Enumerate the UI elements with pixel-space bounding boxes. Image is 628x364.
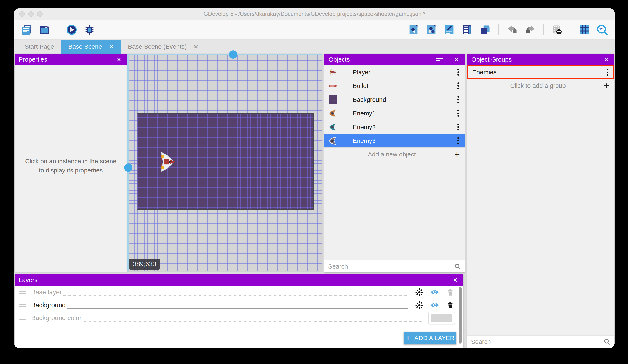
instances-list-icon[interactable] <box>461 23 473 36</box>
resize-handle-top[interactable] <box>229 50 237 59</box>
enemy2-thumbnail <box>328 122 338 132</box>
add-group-label: Click to add a group <box>472 82 604 89</box>
panel-title: Object Groups <box>471 56 602 63</box>
bullet-thumbnail <box>328 81 338 91</box>
object-menu-icon[interactable] <box>455 81 461 90</box>
enemy3-thumbnail <box>328 136 338 146</box>
object-row-bullet[interactable]: Bullet <box>324 79 465 93</box>
background-color-picker[interactable] <box>428 312 455 324</box>
zoom-1-1-icon[interactable]: 1:1 <box>596 23 608 36</box>
object-menu-icon[interactable] <box>455 122 461 132</box>
objects-search-bar <box>324 260 465 272</box>
object-groups-panel-header: Object Groups ✕ <box>467 54 614 65</box>
group-row-enemies[interactable]: Enemies <box>467 65 614 79</box>
add-layer-button[interactable]: + ADD A LAYER <box>403 332 457 344</box>
tab-base-scene-events[interactable]: Base Scene (Events) ✕ <box>121 40 206 54</box>
group-menu-icon[interactable] <box>605 68 611 77</box>
object-row-enemy2[interactable]: Enemy2 <box>324 120 465 134</box>
object-menu-icon[interactable] <box>455 109 461 118</box>
object-row-player[interactable]: Player <box>324 65 465 79</box>
toolbar-divider <box>544 24 544 35</box>
project-manager-icon[interactable] <box>20 23 33 36</box>
object-row-background[interactable]: Background <box>324 93 465 107</box>
object-menu-icon[interactable] <box>455 67 461 77</box>
toolbar-divider <box>498 24 499 35</box>
add-object-label: Add a new object <box>329 151 454 158</box>
drag-handle-icon[interactable] <box>19 291 26 294</box>
objects-search-input[interactable] <box>328 263 454 270</box>
scene-window-icon[interactable] <box>38 23 51 36</box>
group-name: Enemies <box>471 69 605 76</box>
object-name: Background <box>353 96 455 103</box>
close-tab-icon[interactable]: ✕ <box>109 43 114 50</box>
close-panel-icon[interactable]: ✕ <box>451 276 459 284</box>
selection-edge-left <box>127 54 129 271</box>
tab-label: Start Page <box>25 43 54 50</box>
tab-bar: Start Page Base Scene ✕ Base Scene (Even… <box>14 40 615 54</box>
object-menu-icon[interactable] <box>455 95 461 104</box>
player-instance[interactable] <box>157 151 176 173</box>
layer-name-underline <box>83 314 422 322</box>
object-name: Bullet <box>353 82 455 89</box>
add-layer-label: ADD A LAYER <box>414 334 455 342</box>
tab-label: Base Scene <box>68 43 102 50</box>
object-name: Player <box>353 69 455 76</box>
layer-effects-icon[interactable] <box>415 288 424 297</box>
layers-stack-icon[interactable] <box>479 23 491 36</box>
redo-icon[interactable] <box>524 23 536 36</box>
object-row-enemy1[interactable]: Enemy1 <box>324 107 465 120</box>
objects-panel: Objects ✕ Player Bullet <box>324 54 465 272</box>
tab-base-scene[interactable]: Base Scene ✕ <box>61 40 121 54</box>
toolbar-divider <box>58 24 58 35</box>
render-mask-icon[interactable] <box>551 23 563 36</box>
undo-icon[interactable] <box>506 23 519 36</box>
object-groups-editor-icon[interactable] <box>425 23 438 36</box>
layer-name-underline <box>63 289 408 296</box>
layer-row-base[interactable]: Base layer <box>14 286 463 299</box>
toolbar-divider <box>570 24 571 35</box>
groups-search-bar <box>467 336 614 348</box>
close-panel-icon[interactable]: ✕ <box>115 56 123 63</box>
add-group-button[interactable]: Click to add a group + <box>467 79 614 92</box>
preview-play-icon[interactable] <box>65 23 78 36</box>
properties-pencil-icon[interactable] <box>443 23 456 36</box>
layer-row-background[interactable]: Background <box>14 299 463 311</box>
layer-visibility-eye-icon[interactable] <box>430 288 440 297</box>
layer-effects-icon[interactable] <box>415 300 424 310</box>
scene-canvas[interactable]: 389;633 <box>127 54 322 271</box>
close-panel-icon[interactable]: ✕ <box>453 56 461 63</box>
grid-icon[interactable] <box>578 23 591 36</box>
panel-title: Objects <box>328 56 436 63</box>
main-toolbar: 1:1 <box>14 20 615 40</box>
groups-search-input[interactable] <box>471 338 603 345</box>
search-icon <box>603 338 611 345</box>
objects-panel-header: Objects ✕ <box>324 54 465 65</box>
plus-icon: + <box>454 150 460 159</box>
debug-icon[interactable] <box>83 23 96 36</box>
add-object-button[interactable]: Add a new object + <box>324 148 465 161</box>
objects-editor-icon[interactable] <box>407 23 420 36</box>
tab-label: Base Scene (Events) <box>128 43 187 50</box>
close-panel-icon[interactable]: ✕ <box>602 56 610 63</box>
tab-start-page[interactable]: Start Page <box>17 40 61 54</box>
layer-name[interactable]: Base layer <box>31 289 62 296</box>
layer-delete-icon[interactable] <box>445 288 455 297</box>
window-title: GDevelop 5 - /Users/dkarakay/Documents/G… <box>14 11 615 17</box>
properties-panel: Properties ✕ Click on an instance in the… <box>14 54 127 272</box>
object-menu-icon[interactable] <box>455 136 461 145</box>
resize-handle-left[interactable] <box>124 164 132 172</box>
drag-handle-icon[interactable] <box>19 317 26 320</box>
object-name: Enemy2 <box>353 123 455 131</box>
drag-handle-icon[interactable] <box>19 304 26 307</box>
plus-icon: + <box>405 334 411 342</box>
layer-row-background-color[interactable]: Background color <box>14 311 463 324</box>
layer-delete-icon[interactable] <box>445 300 455 310</box>
close-tab-icon[interactable]: ✕ <box>193 43 199 50</box>
layer-name[interactable]: Background <box>31 302 66 309</box>
svg-text:1:1: 1:1 <box>599 27 604 31</box>
layer-visibility-eye-icon[interactable] <box>430 300 440 310</box>
filter-icon[interactable] <box>436 58 443 61</box>
object-row-enemy3[interactable]: Enemy3 <box>324 134 465 148</box>
layers-scrollbar[interactable] <box>459 287 462 344</box>
object-name: Enemy1 <box>353 110 455 117</box>
